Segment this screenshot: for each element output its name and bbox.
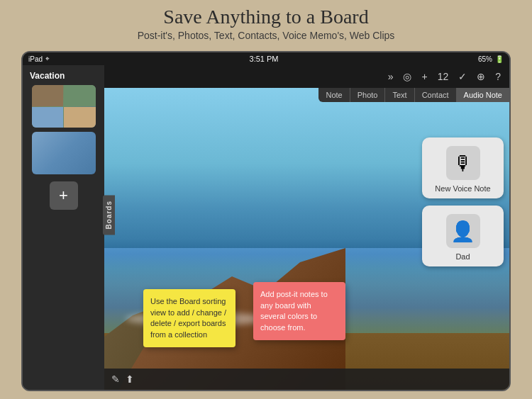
sticky-note-pink-text: Add post-it notes to any board with seve… bbox=[260, 290, 328, 331]
voice-note-card[interactable]: 🎙 New Voice Note bbox=[422, 137, 504, 198]
thumb-cell bbox=[32, 85, 64, 106]
battery-icon: 🔋 bbox=[495, 55, 504, 63]
board-thumbnail-1[interactable] bbox=[32, 85, 96, 128]
toolbar-icon-help[interactable]: ? bbox=[492, 69, 504, 84]
tab-contact[interactable]: Contact bbox=[415, 88, 457, 102]
page-header: Save Anything to a Board Post-it's, Phot… bbox=[0, 0, 532, 44]
sidebar: Vacation + Boards bbox=[23, 65, 104, 390]
toolbar: » ◎ + 12 ✓ ⊕ ? bbox=[104, 65, 509, 88]
wifi-icon: ⌖ bbox=[45, 55, 50, 63]
bottom-bar: ✎ ⬆ bbox=[104, 369, 509, 390]
content-tabs: Note Photo Text Contact Audio Note bbox=[318, 88, 509, 102]
boards-tab[interactable]: Boards bbox=[103, 195, 115, 235]
toolbar-icon-plus-circle[interactable]: ⊕ bbox=[474, 69, 488, 84]
thumb-cell bbox=[64, 107, 96, 128]
tab-photo[interactable]: Photo bbox=[350, 88, 386, 102]
microphone-icon: 🎙 bbox=[446, 146, 480, 180]
toolbar-icon-add[interactable]: + bbox=[419, 69, 430, 84]
edit-icon[interactable]: ✎ bbox=[111, 373, 120, 385]
device-label: iPad bbox=[28, 55, 43, 63]
tab-audio-note[interactable]: Audio Note bbox=[457, 88, 509, 102]
status-right: 65% 🔋 bbox=[478, 55, 504, 63]
sticky-note-pink[interactable]: Add post-it notes to any board with seve… bbox=[253, 282, 345, 340]
thumb-cell bbox=[32, 107, 64, 128]
sticky-note-yellow[interactable]: Use the Board sorting view to add / chan… bbox=[143, 289, 235, 347]
board-name: Vacation bbox=[30, 71, 65, 81]
tab-text[interactable]: Text bbox=[385, 88, 414, 102]
share-icon[interactable]: ⬆ bbox=[126, 373, 134, 385]
toolbar-icon-arrows[interactable]: » bbox=[385, 69, 397, 84]
main-area: » ◎ + 12 ✓ ⊕ ? Note Photo Text Contact A… bbox=[104, 65, 509, 390]
person-icon: 👤 bbox=[446, 214, 480, 248]
action-cards: 🎙 New Voice Note 👤 Dad bbox=[422, 137, 504, 266]
status-bar: iPad ⌖ 3:51 PM 65% 🔋 bbox=[23, 52, 509, 65]
toolbar-icon-check[interactable]: ✓ bbox=[455, 69, 470, 84]
sticky-note-yellow-text: Use the Board sorting view to add / chan… bbox=[150, 297, 226, 338]
status-time: 3:51 PM bbox=[250, 55, 279, 63]
tab-note[interactable]: Note bbox=[318, 88, 350, 102]
board-thumbnail-2[interactable] bbox=[32, 132, 96, 174]
status-left: iPad ⌖ bbox=[28, 55, 50, 63]
toolbar-icon-calendar[interactable]: 12 bbox=[435, 69, 452, 84]
thumb-cell bbox=[64, 85, 96, 106]
toolbar-icon-target[interactable]: ◎ bbox=[400, 69, 414, 84]
ipad-content: Vacation + Boards » bbox=[23, 65, 509, 390]
battery-percent: 65% bbox=[478, 55, 492, 63]
contact-card[interactable]: 👤 Dad bbox=[422, 206, 504, 266]
add-board-button[interactable]: + bbox=[50, 181, 78, 210]
contact-label: Dad bbox=[455, 252, 470, 261]
scene-background: Use the Board sorting view to add / chan… bbox=[104, 88, 509, 390]
ipad-frame: iPad ⌖ 3:51 PM 65% 🔋 Vacation bbox=[21, 51, 511, 391]
page-title: Save Anything to a Board bbox=[14, 6, 518, 28]
voice-note-label: New Voice Note bbox=[435, 184, 490, 193]
page-subtitle: Post-it's, Photos, Text, Contacts, Voice… bbox=[14, 30, 518, 41]
